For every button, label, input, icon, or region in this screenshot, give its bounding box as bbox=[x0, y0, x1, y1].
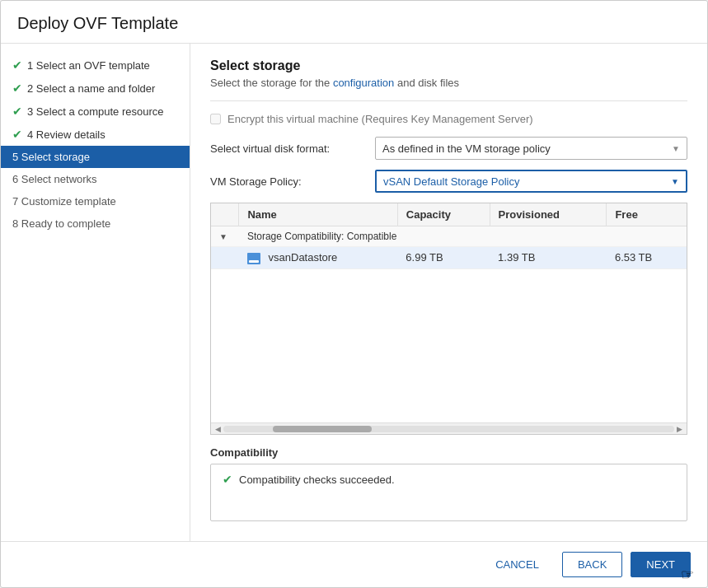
virtual-disk-format-label: Select virtual disk format: bbox=[210, 142, 375, 155]
check-icon-step4: ✔ bbox=[12, 128, 22, 141]
vm-storage-policy-row: VM Storage Policy: vSAN Default Storage … bbox=[210, 170, 687, 193]
back-button[interactable]: BACK bbox=[562, 552, 622, 577]
sidebar-label-step8: 8 Ready to complete bbox=[12, 217, 110, 230]
table-header: Name Capacity Provisioned Free bbox=[211, 203, 687, 226]
table-col-capacity: Capacity bbox=[397, 203, 490, 226]
virtual-disk-format-row: Select virtual disk format: As defined i… bbox=[210, 137, 687, 160]
dialog-header: Deploy OVF Template bbox=[1, 1, 707, 44]
group-expand-cell: ▼ bbox=[211, 226, 239, 247]
sidebar: ✔ 1 Select an OVF template ✔ 2 Select a … bbox=[1, 44, 190, 541]
check-icon-step3: ✔ bbox=[12, 105, 22, 118]
compatibility-box: ✔ Compatibility checks succeeded. bbox=[210, 464, 687, 521]
sidebar-item-step7: 7 Customize template bbox=[1, 190, 190, 212]
table-col-checkbox bbox=[211, 203, 239, 226]
datastore-name: vsanDatastore bbox=[269, 251, 338, 264]
cancel-button[interactable]: CANCEL bbox=[481, 553, 554, 576]
sidebar-item-step4: ✔ 4 Review details bbox=[1, 123, 190, 146]
check-icon-step1: ✔ bbox=[12, 58, 22, 72]
dialog-body: ✔ 1 Select an OVF template ✔ 2 Select a … bbox=[1, 44, 707, 541]
sidebar-item-step8: 8 Ready to complete bbox=[1, 212, 190, 235]
table-row[interactable]: vsanDatastore 6.99 TB 1.39 TB 6.53 TB bbox=[211, 247, 687, 269]
sidebar-label-step7: 7 Customize template bbox=[12, 195, 116, 208]
section-subtitle: Select the storage for the configuration… bbox=[210, 77, 687, 89]
row-name-cell: vsanDatastore bbox=[239, 247, 397, 269]
row-checkbox-cell bbox=[211, 247, 239, 269]
encrypt-checkbox[interactable] bbox=[210, 114, 221, 124]
sidebar-item-step2: ✔ 2 Select a name and folder bbox=[1, 77, 190, 100]
table-scroll-area[interactable]: Name Capacity Provisioned Free ▼ bbox=[211, 203, 687, 422]
expand-icon: ▼ bbox=[219, 232, 227, 241]
compatibility-message: Compatibility checks succeeded. bbox=[239, 474, 395, 486]
row-provisioned-cell: 1.39 TB bbox=[490, 247, 607, 269]
sidebar-item-step5[interactable]: 5 Select storage bbox=[1, 146, 190, 168]
storage-table: Name Capacity Provisioned Free ▼ bbox=[211, 203, 687, 269]
next-button[interactable]: NEXT bbox=[631, 552, 691, 577]
horizontal-scrollbar[interactable]: ◀ ▶ bbox=[211, 422, 687, 434]
deploy-ovf-dialog: Deploy OVF Template ✔ 1 Select an OVF te… bbox=[0, 0, 708, 588]
storage-table-wrapper: Name Capacity Provisioned Free ▼ bbox=[210, 203, 687, 435]
sidebar-item-step6: 6 Select networks bbox=[1, 168, 190, 190]
table-col-provisioned: Provisioned bbox=[490, 203, 607, 226]
vm-storage-policy-dropdown[interactable]: vSAN Default Storage Policy ▼ bbox=[375, 170, 687, 193]
section-title: Select storage bbox=[210, 58, 687, 73]
section-divider bbox=[210, 100, 687, 101]
scroll-thumb bbox=[273, 426, 372, 432]
compatibility-section: Compatibility ✔ Compatibility checks suc… bbox=[210, 446, 687, 521]
sidebar-item-step1: ✔ 1 Select an OVF template bbox=[1, 54, 190, 77]
group-label: Storage Compatibility: Compatible bbox=[239, 226, 687, 247]
dialog-footer: CANCEL BACK NEXT ☞ bbox=[1, 541, 707, 587]
virtual-disk-format-control: As defined in the VM storage policy ▼ bbox=[375, 137, 687, 160]
config-link[interactable]: configuration bbox=[333, 77, 394, 89]
check-icon-step2: ✔ bbox=[12, 82, 22, 95]
dialog-title: Deploy OVF Template bbox=[17, 14, 691, 33]
table-col-name: Name bbox=[239, 203, 397, 226]
chevron-down-icon: ▼ bbox=[672, 144, 680, 153]
vm-storage-policy-value: vSAN Default Storage Policy bbox=[383, 175, 519, 188]
scroll-right-arrow[interactable]: ▶ bbox=[674, 425, 685, 433]
next-button-wrapper: NEXT ☞ bbox=[631, 552, 691, 577]
sidebar-label-step4: 4 Review details bbox=[27, 128, 105, 141]
sidebar-item-step3: ✔ 3 Select a compute resource bbox=[1, 100, 190, 123]
sidebar-label-step1: 1 Select an OVF template bbox=[27, 59, 150, 72]
encrypt-label: Encrypt this virtual machine (Requires K… bbox=[227, 113, 533, 125]
encrypt-row: Encrypt this virtual machine (Requires K… bbox=[210, 113, 687, 125]
table-col-free: Free bbox=[607, 203, 687, 226]
scroll-left-arrow[interactable]: ◀ bbox=[213, 425, 223, 433]
sidebar-label-step5: 5 Select storage bbox=[12, 151, 90, 163]
compatibility-success: ✔ Compatibility checks succeeded. bbox=[223, 473, 675, 486]
datastore-icon bbox=[247, 253, 260, 264]
vm-storage-policy-control: vSAN Default Storage Policy ▼ bbox=[375, 170, 687, 193]
sidebar-label-step6: 6 Select networks bbox=[12, 173, 97, 185]
chevron-down-blue-icon: ▼ bbox=[671, 177, 679, 186]
table-group-row: ▼ Storage Compatibility: Compatible bbox=[211, 226, 687, 247]
vm-storage-policy-label: VM Storage Policy: bbox=[210, 175, 375, 188]
check-green-icon: ✔ bbox=[223, 473, 232, 486]
row-capacity-cell: 6.99 TB bbox=[397, 247, 490, 269]
main-content: Select storage Select the storage for th… bbox=[190, 44, 707, 541]
table-body: ▼ Storage Compatibility: Compatible vsan… bbox=[211, 226, 687, 269]
row-free-cell: 6.53 TB bbox=[607, 247, 687, 269]
sidebar-label-step2: 2 Select a name and folder bbox=[27, 82, 155, 95]
scroll-track bbox=[223, 426, 674, 432]
compatibility-label: Compatibility bbox=[210, 446, 687, 459]
sidebar-label-step3: 3 Select a compute resource bbox=[27, 105, 163, 118]
virtual-disk-format-dropdown[interactable]: As defined in the VM storage policy ▼ bbox=[375, 137, 687, 160]
virtual-disk-format-value: As defined in the VM storage policy bbox=[382, 142, 551, 155]
